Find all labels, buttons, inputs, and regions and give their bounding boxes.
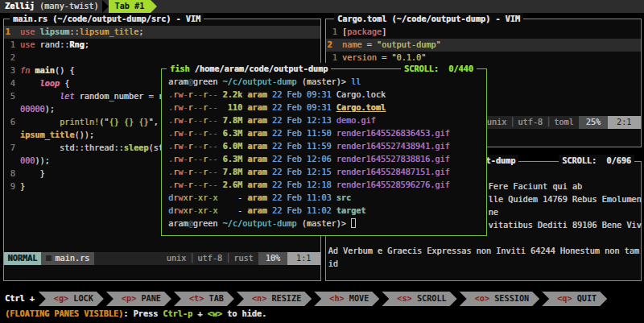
session-name: (many-twist) bbox=[35, 0, 99, 13]
terminal-line: Ad Verbum e Graecis Expressas non Inviti… bbox=[328, 245, 639, 258]
code-line: 9 } bbox=[6, 180, 26, 193]
vim-filename: main.rs bbox=[41, 252, 94, 265]
terminal-line: drwxr-xr-x - aram 22 Feb 11:02 target bbox=[168, 205, 365, 217]
tab-bar: Zellij (many-twist) Tab #1 bbox=[0, 0, 644, 13]
terminal-line: .rw-r--r-- 2.6M aram 22 Feb 12:18 render… bbox=[168, 179, 450, 192]
keybar-ribbon-scroll[interactable]: <s> SCROLL bbox=[382, 292, 456, 306]
terminal-line: .rw-r--r-- 7.8M aram 22 Feb 12:13 demo.g… bbox=[168, 114, 376, 127]
code-line: ipsum_title()); bbox=[6, 129, 94, 142]
code-line: 1 use rand::Rng; bbox=[6, 39, 89, 52]
terminal-line: .rw-r--r-- 6.3M aram 22 Feb 12:06 render… bbox=[168, 153, 450, 166]
hint-key-w: <w> bbox=[208, 309, 222, 318]
terminal-line: .rw-r--r-- 7.8M aram 22 Feb 12:15 render… bbox=[168, 166, 450, 179]
keybar-ribbon-resize[interactable]: <n> RESIZE bbox=[237, 292, 312, 306]
zellij-screen: Zellij (many-twist) Tab #1 1 use lipsum:… bbox=[0, 0, 644, 323]
code-line: 1 [package] bbox=[328, 26, 387, 39]
vim-scroll-percent: 10% bbox=[258, 252, 287, 265]
terminal-line: .rw-r--r-- 2.2k aram 22 Feb 09:31 Cargo.… bbox=[168, 89, 386, 101]
pane-main-rs-title: main.rs (~/code/output-dump/src) - VIM bbox=[10, 13, 204, 26]
file-icon bbox=[46, 255, 52, 261]
floating-pane-title: fish /home/aram/code/output-dump bbox=[167, 63, 331, 76]
terminal-line: aram@green ~/c/output-dump (master)> ll bbox=[168, 76, 361, 89]
tab-1[interactable]: Tab #1 bbox=[109, 0, 151, 13]
code-line: 000)); bbox=[6, 155, 50, 168]
keybar-prefix: Ctrl + bbox=[0, 292, 39, 305]
terminal-line: drwxr-xr-x - aram 22 Feb 11:03 src bbox=[168, 192, 351, 205]
code-line: 1 use lipsum::lipsum_title; bbox=[4, 26, 320, 39]
terminal-line: ne bbox=[489, 206, 498, 219]
scroll-indicator-bottom: SCROLL: 0/696 bbox=[559, 155, 634, 168]
terminal-line: .rw-r--r-- 6.0M aram 22 Feb 11:59 render… bbox=[168, 140, 450, 153]
tab-arrow-icon bbox=[102, 0, 109, 13]
tab-arrow-end-icon bbox=[151, 0, 157, 13]
vim-statusline-left: NORMALmain.rsunix│utf-8│rust10%1:1 bbox=[4, 252, 320, 265]
keybar-ribbon-tab[interactable]: <t> TAB bbox=[174, 292, 234, 306]
code-line: 00000); bbox=[6, 103, 55, 116]
vim-mode-badge: NORMAL bbox=[4, 252, 42, 265]
hint-line: (FLOATING PANES VISIBLE): Press Ctrl-p +… bbox=[5, 308, 266, 321]
terminal-line: Fere Faciunt qui ab bbox=[489, 180, 583, 193]
code-line: 2 name = "output-dump" bbox=[326, 39, 641, 52]
keybar-ribbon-move[interactable]: <h> MOVE bbox=[314, 292, 379, 306]
keybar-ribbon-lock[interactable]: <g> LOCK bbox=[39, 292, 104, 306]
vim-cursor-position: 2:1 bbox=[608, 116, 640, 129]
code-line: 6 println!("{} {} {}", l bbox=[6, 116, 169, 129]
keybar-ribbon-pane[interactable]: <p> PANE bbox=[106, 292, 171, 306]
keybar-ribbon-session[interactable]: <o> SESSION bbox=[460, 292, 539, 306]
code-line: 8 } bbox=[6, 168, 45, 180]
code-line: 4 loop { bbox=[6, 77, 70, 90]
hint-badge: (FLOATING PANES VISIBLE) bbox=[5, 309, 123, 318]
vim-cursor-position: 1:1 bbox=[287, 252, 320, 265]
terminal-line: aram@green ~/c/output-dump (master)> bbox=[168, 217, 356, 230]
terminal-line: .rw-r--r-- 110 aram 22 Feb 09:31 Cargo.t… bbox=[168, 101, 386, 114]
terminal-line: vitatibus Dediti 89106 Bene Viv bbox=[489, 219, 642, 232]
code-line: 3 fn main() { bbox=[6, 64, 75, 77]
keybar: Ctrl + <g> LOCK<p> PANE<t> TAB<n> RESIZE… bbox=[0, 292, 644, 306]
hint-key-ctrl-p: Ctrl-p bbox=[163, 309, 192, 318]
scroll-indicator-float: SCROLL: 0/440 bbox=[401, 63, 477, 76]
pane-cargo-toml-title: Cargo.toml (~/code/output-dump) - VIM bbox=[334, 13, 523, 26]
app-title: Zellij bbox=[5, 0, 35, 13]
terminal-cursor bbox=[351, 218, 356, 228]
keybar-ribbon-quit[interactable]: <q> QUIT bbox=[542, 292, 607, 306]
code-line: 2 bbox=[6, 52, 20, 64]
vim-scroll-percent: 25% bbox=[579, 116, 608, 129]
terminal-line: lle Quidem 14769 Rebus Emolumen bbox=[489, 193, 642, 206]
terminal-line: .rw-r--r-- 6.3M aram 22 Feb 11:50 render… bbox=[168, 127, 450, 140]
floating-pane-fish[interactable]: aram@green ~/c/output-dump (master)> ll.… bbox=[161, 68, 487, 236]
terminal-line: id bbox=[328, 258, 338, 271]
